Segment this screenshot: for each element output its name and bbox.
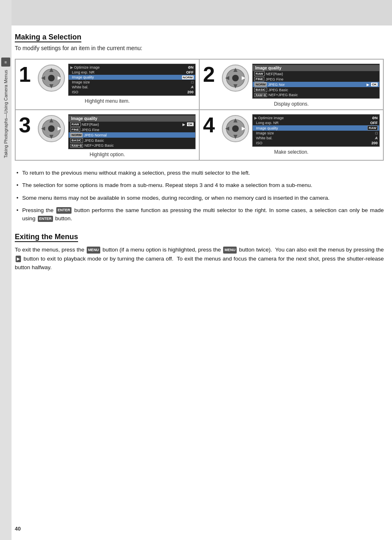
- exiting-title: Exiting the Menus: [15, 233, 78, 242]
- menu-row-highlighted: NORM JPEG Normal: [69, 132, 195, 138]
- step-1-menu: ▶ Optimize image ⊘N Long exp. NR OFF Ima…: [68, 64, 196, 96]
- exiting-text: To exit the menus, press the MENU button…: [15, 245, 384, 272]
- svg-point-27: [232, 125, 239, 132]
- menu-row: Long exp. NR OFF: [253, 120, 379, 125]
- step-4-dial: [221, 114, 250, 143]
- bullet-item: Pressing the ENTER button performs the s…: [15, 206, 384, 223]
- step-3-dial: [37, 114, 66, 143]
- menu-row: RAW+B NEF+JPEG Basic: [253, 92, 379, 97]
- sidebar: ≡ Taking Photographs—Using Camera Menus: [0, 0, 12, 540]
- menu-row: FINE JPEG Fine: [69, 127, 195, 132]
- page-title: Making a Selection: [15, 33, 81, 42]
- bullet-item: To return to the previous menu without m…: [15, 169, 384, 177]
- playback-button-icon: ▶: [16, 256, 21, 262]
- step-4-number: 4: [203, 114, 219, 136]
- menu-row: ISO 200: [69, 90, 195, 95]
- svg-point-20: [48, 125, 55, 132]
- step-4-menu: ▶ Optimize image ⊘N Long exp. NR OFF Ima…: [252, 114, 380, 147]
- menu-title: Image quality: [253, 65, 379, 71]
- top-bar: [0, 0, 392, 25]
- bullet-item: The selection for some options is made f…: [15, 181, 384, 189]
- step-1-number: 1: [19, 64, 35, 85]
- step-2-number: 2: [203, 64, 219, 85]
- menu-row-highlighted: Image quality NORM: [69, 75, 195, 80]
- sidebar-icon: ≡: [1, 58, 10, 67]
- page-number: 40: [15, 526, 21, 532]
- menu-row: White bal. A: [69, 85, 195, 90]
- step-2-caption: Display options.: [203, 101, 380, 107]
- menu-button-icon: MENU: [87, 247, 100, 253]
- main-content: Making a Selection To modify settings fo…: [15, 0, 384, 272]
- step-3-cell: 3 Image quality RAW NEF(Raw): [15, 110, 199, 160]
- menu-row: Image size □: [253, 131, 379, 136]
- menu-row: BASIC JPEG Basic: [69, 138, 195, 143]
- menu-row: RAW NEF(Raw) ▶ OK: [69, 122, 195, 127]
- subtitle: To modify settings for an item in the cu…: [15, 45, 384, 51]
- step-3-number: 3: [19, 114, 35, 136]
- bullet-list: To return to the previous menu without m…: [15, 169, 384, 223]
- menu-button-icon-2: MENU: [223, 247, 237, 253]
- step-1-dial: [37, 64, 66, 92]
- step-1-caption: Highlight menu item.: [19, 98, 196, 104]
- step-3-caption: Highlight option.: [19, 152, 196, 157]
- menu-row: BASIC JPEG Basic: [253, 87, 379, 92]
- menu-row: Long exp. NR OFF: [69, 70, 195, 75]
- steps-grid: 1 ▶ Optimize image ⊘N: [15, 59, 384, 161]
- menu-row: RAW+B NEF+JPEG Basic: [69, 143, 195, 148]
- step-2-dial: [221, 64, 250, 92]
- menu-row-highlighted: NORM JPEG Nor ▶ OK: [253, 82, 379, 87]
- step-4-cell: 4 ▶ Optimize image ⊘N: [199, 110, 383, 160]
- step-4-caption: Make selection.: [203, 149, 380, 155]
- svg-point-6: [48, 75, 55, 81]
- enter-button-icon: ENTER: [56, 207, 71, 214]
- svg-point-13: [232, 75, 239, 81]
- sidebar-text: Taking Photographs—Using Camera Menus: [3, 70, 8, 158]
- menu-title: Image quality: [69, 115, 195, 122]
- menu-row: Image size □: [69, 80, 195, 85]
- menu-row: RAW NEF(Raw): [253, 71, 379, 76]
- enter-button-icon-2: ENTER: [38, 216, 53, 222]
- step-2-menu: Image quality RAW NEF(Raw) FINE JPEG Fin…: [252, 64, 380, 99]
- menu-row: White bal. A: [253, 136, 379, 141]
- menu-row: ISO 200: [253, 141, 379, 145]
- menu-row: ▶ Optimize image ⊘N: [253, 115, 379, 120]
- bullet-item: Some menu items may not be available in …: [15, 194, 384, 202]
- step-3-menu: Image quality RAW NEF(Raw) ▶ OK FINE JPE…: [68, 114, 196, 149]
- step-2-cell: 2 Image quality RAW NEF(Raw): [199, 59, 383, 110]
- step-1-cell: 1 ▶ Optimize image ⊘N: [15, 59, 199, 110]
- menu-row: ▶ Optimize image ⊘N: [69, 65, 195, 70]
- menu-row: FINE JPEG Fine: [253, 76, 379, 82]
- menu-row-highlighted: Image quality RAW: [253, 125, 379, 131]
